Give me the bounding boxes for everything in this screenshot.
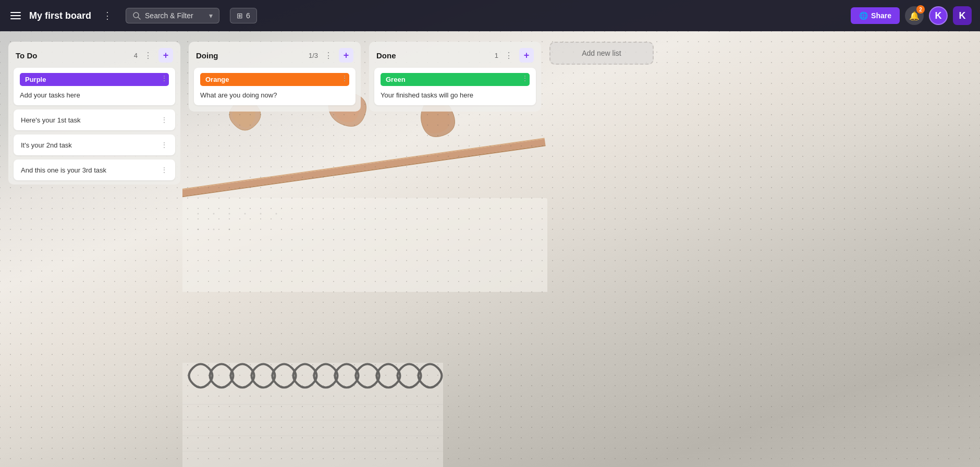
card-task-2-text: It's your 2nd task bbox=[21, 141, 72, 149]
card-purple[interactable]: Purple Add your tasks here ⋮ bbox=[14, 68, 175, 105]
avatar-letter: K bbox=[935, 10, 942, 21]
avatar-letter-2: K bbox=[959, 10, 966, 21]
column-done-header: Done 1 ⋮ + bbox=[369, 42, 541, 68]
card-task-1-options-icon[interactable]: ⋮ bbox=[161, 116, 168, 124]
board-count-value: 6 bbox=[246, 11, 250, 20]
notification-badge: 2 bbox=[916, 5, 925, 14]
column-doing-count: 1/3 bbox=[309, 52, 318, 59]
search-filter-label: Search & Filter bbox=[145, 11, 193, 20]
notification-button[interactable]: 🔔 2 bbox=[905, 6, 924, 25]
avatar-small[interactable]: K bbox=[953, 6, 972, 25]
board-options-icon[interactable]: ⋮ bbox=[100, 9, 115, 22]
column-todo-header: To Do 4 ⋮ + bbox=[8, 42, 180, 68]
card-orange-text: What are you doing now? bbox=[200, 91, 277, 99]
card-text-0: Add your tasks here bbox=[20, 91, 80, 99]
card-tag-green: Green bbox=[381, 73, 530, 86]
column-done-add-button[interactable]: + bbox=[519, 48, 534, 63]
column-doing-add-button[interactable]: + bbox=[339, 48, 353, 63]
card-tag-orange: Orange bbox=[200, 73, 349, 86]
card-task-2[interactable]: It's your 2nd task ⋮ bbox=[14, 134, 175, 155]
card-task-1[interactable]: Here's your 1st task ⋮ bbox=[14, 109, 175, 130]
search-filter[interactable]: Search & Filter ▾ bbox=[126, 8, 219, 23]
column-todo-add-button[interactable]: + bbox=[158, 48, 173, 63]
svg-line-23 bbox=[138, 17, 140, 19]
card-green-text: Your finished tasks will go here bbox=[381, 91, 473, 99]
column-done: Done 1 ⋮ + Green Your finished tasks wil… bbox=[369, 42, 541, 112]
card-task-3-text: And this one is your 3rd task bbox=[21, 166, 106, 174]
avatar-large[interactable]: K bbox=[929, 6, 948, 25]
card-orange[interactable]: Orange What are you doing now? ⋮ bbox=[194, 68, 356, 105]
search-icon bbox=[132, 11, 141, 20]
column-doing-header: Doing 1/3 ⋮ + bbox=[189, 42, 361, 68]
column-todo-options-icon[interactable]: ⋮ bbox=[142, 50, 154, 62]
share-label: Share bbox=[871, 11, 891, 20]
add-list-label: Add new list bbox=[582, 49, 621, 57]
header: My first board ⋮ Search & Filter ▾ ⊞ 6 🌐… bbox=[0, 0, 980, 31]
column-doing-options-icon[interactable]: ⋮ bbox=[322, 50, 335, 62]
filter-arrow-icon: ▾ bbox=[209, 11, 213, 20]
card-tag-purple: Purple bbox=[20, 73, 169, 86]
column-todo-title: To Do bbox=[16, 51, 130, 60]
board-count[interactable]: ⊞ 6 bbox=[230, 8, 257, 23]
card-task-1-text: Here's your 1st task bbox=[21, 116, 80, 124]
add-new-list-button[interactable]: Add new list bbox=[549, 42, 654, 65]
card-task-3[interactable]: And this one is your 3rd task ⋮ bbox=[14, 159, 175, 180]
board-title: My first board bbox=[29, 10, 91, 21]
column-done-options-icon[interactable]: ⋮ bbox=[503, 50, 515, 62]
hamburger-menu[interactable] bbox=[8, 10, 23, 21]
column-done-count: 1 bbox=[495, 52, 498, 59]
card-green-options-icon[interactable]: ⋮ bbox=[519, 73, 531, 83]
column-doing: Doing 1/3 ⋮ + Orange What are you doing … bbox=[189, 42, 361, 112]
share-button[interactable]: 🌐 Share bbox=[851, 7, 900, 24]
card-orange-options-icon[interactable]: ⋮ bbox=[339, 73, 350, 83]
card-task-3-options-icon[interactable]: ⋮ bbox=[161, 166, 168, 174]
column-todo: To Do 4 ⋮ + Purple Add your tasks here ⋮… bbox=[8, 42, 180, 185]
board-count-icon: ⊞ bbox=[237, 11, 243, 20]
column-todo-count: 4 bbox=[134, 52, 138, 59]
column-doing-title: Doing bbox=[196, 51, 304, 60]
header-right: 🌐 Share 🔔 2 K K bbox=[851, 6, 972, 25]
card-purple-options-icon[interactable]: ⋮ bbox=[158, 73, 170, 83]
card-green[interactable]: Green Your finished tasks will go here ⋮ bbox=[374, 68, 536, 105]
card-task-2-options-icon[interactable]: ⋮ bbox=[161, 141, 168, 149]
column-done-title: Done bbox=[376, 51, 491, 60]
globe-icon: 🌐 bbox=[859, 11, 868, 20]
board-area: To Do 4 ⋮ + Purple Add your tasks here ⋮… bbox=[0, 31, 980, 467]
